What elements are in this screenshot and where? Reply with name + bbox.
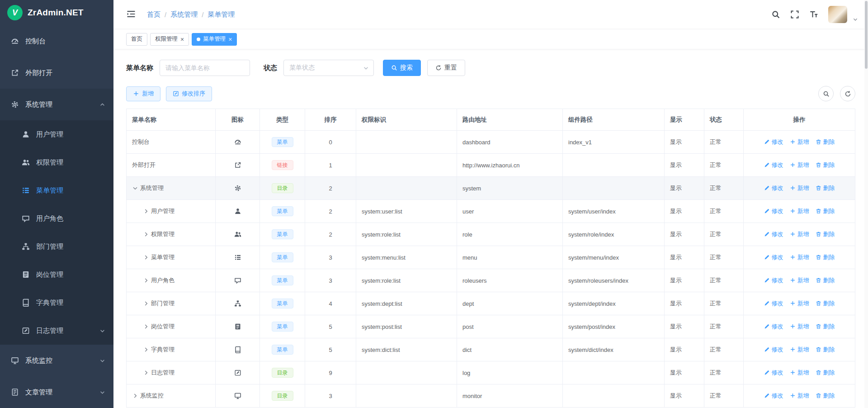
- tree-expand-icon[interactable]: [143, 277, 149, 284]
- add-link[interactable]: 新增: [790, 299, 809, 308]
- add-link[interactable]: 新增: [790, 253, 809, 261]
- sidebar-item-article[interactable]: 文章管理: [0, 376, 113, 408]
- edit-link[interactable]: 修改: [764, 299, 783, 308]
- tab-首页[interactable]: 首页: [126, 33, 147, 46]
- edit-link[interactable]: 修改: [764, 346, 783, 354]
- add-link[interactable]: 新增: [790, 369, 809, 377]
- sidebar-item-roleusers[interactable]: 用户角色: [0, 204, 113, 232]
- edit-link[interactable]: 修改: [764, 207, 783, 215]
- tree-expand-icon[interactable]: [143, 346, 149, 353]
- sidebar-item-external[interactable]: 外部打开: [0, 57, 113, 89]
- type-tag: 目录: [272, 368, 293, 378]
- add-button[interactable]: 新增: [126, 86, 160, 101]
- fullscreen-button[interactable]: [790, 10, 799, 19]
- menu-name-input[interactable]: [160, 60, 250, 76]
- delete-link[interactable]: 删除: [816, 369, 835, 377]
- sidebar-item-dashboard[interactable]: 控制台: [0, 25, 113, 57]
- tab-权限管理[interactable]: 权限管理×: [150, 33, 189, 46]
- add-link[interactable]: 新增: [790, 184, 809, 192]
- tab-菜单管理[interactable]: 菜单管理×: [192, 33, 237, 46]
- close-icon[interactable]: ×: [180, 36, 184, 43]
- tree-expand-icon[interactable]: [132, 393, 138, 399]
- delete-link[interactable]: 删除: [816, 299, 835, 308]
- close-icon[interactable]: ×: [228, 36, 232, 43]
- table-refresh-button[interactable]: [840, 86, 855, 101]
- delete-link[interactable]: 删除: [816, 138, 835, 146]
- delete-link[interactable]: 删除: [816, 161, 835, 169]
- sidebar-item-monitor[interactable]: 系统监控: [0, 345, 113, 376]
- add-link[interactable]: 新增: [790, 392, 809, 400]
- table-row: 日志管理目录9log显示正常修改新增删除: [127, 361, 855, 384]
- status-select[interactable]: 菜单状态: [283, 60, 374, 76]
- user-menu-caret[interactable]: [853, 17, 858, 22]
- edit-link[interactable]: 修改: [764, 138, 783, 146]
- tree-expand-icon[interactable]: [143, 300, 149, 307]
- tree-expand-icon[interactable]: [143, 323, 149, 330]
- breadcrumb-item[interactable]: 菜单管理: [208, 10, 235, 19]
- tree-collapse-icon[interactable]: [132, 185, 138, 191]
- header-search-button[interactable]: [771, 10, 780, 19]
- delete-link[interactable]: 删除: [816, 276, 835, 285]
- app-logo[interactable]: V ZrAdmin.NET: [0, 0, 113, 25]
- scrollbar-thumb[interactable]: [865, 1, 868, 69]
- menu-name: 权限管理: [151, 230, 175, 238]
- tree-expand-icon[interactable]: [143, 208, 149, 214]
- table-search-button[interactable]: [818, 86, 834, 101]
- trash-icon: [816, 346, 821, 352]
- tree-expand-icon[interactable]: [143, 254, 149, 261]
- sidebar-item-system[interactable]: 系统管理: [0, 89, 113, 120]
- add-link[interactable]: 新增: [790, 230, 809, 238]
- add-link[interactable]: 新增: [790, 138, 809, 146]
- column-header: 操作: [744, 109, 855, 131]
- delete-link[interactable]: 删除: [816, 230, 835, 238]
- sort-button[interactable]: 修改排序: [166, 86, 212, 101]
- add-link[interactable]: 新增: [790, 346, 809, 354]
- sidebar-item-log[interactable]: 日志管理: [0, 317, 113, 345]
- page-scrollbar[interactable]: [864, 0, 868, 408]
- sidebar-toggle[interactable]: [126, 10, 136, 19]
- add-link[interactable]: 新增: [790, 207, 809, 215]
- sidebar-item-user[interactable]: 用户管理: [0, 120, 113, 148]
- delete-link[interactable]: 删除: [816, 346, 835, 354]
- op-label: 新增: [797, 323, 809, 331]
- add-link[interactable]: 新增: [790, 161, 809, 169]
- edit-link[interactable]: 修改: [764, 161, 783, 169]
- sidebar-item-dept[interactable]: 部门管理: [0, 232, 113, 261]
- status-cell: 正常: [704, 200, 744, 223]
- edit-link[interactable]: 修改: [764, 184, 783, 192]
- component-cell: system/roleusers/index: [563, 269, 665, 292]
- search-button[interactable]: 搜索: [383, 60, 421, 76]
- plus-icon: [790, 162, 796, 168]
- type-cell: 菜单: [260, 292, 305, 315]
- table-row: 字典管理菜单5system:dict:listdictsystem/dict/i…: [127, 338, 855, 361]
- breadcrumb-item[interactable]: 首页: [147, 10, 160, 19]
- tree-node: 外部打开: [132, 161, 210, 169]
- delete-link[interactable]: 删除: [816, 207, 835, 215]
- tree-expand-icon[interactable]: [143, 370, 149, 376]
- tree-node: 用户角色: [132, 276, 210, 285]
- breadcrumb-item[interactable]: 系统管理: [170, 10, 198, 19]
- edit-link[interactable]: 修改: [764, 323, 783, 331]
- status-cell: 正常: [704, 292, 744, 315]
- sidebar-item-role[interactable]: 权限管理: [0, 148, 113, 176]
- add-link[interactable]: 新增: [790, 276, 809, 285]
- sidebar-item-menu[interactable]: 菜单管理: [0, 176, 113, 204]
- delete-link[interactable]: 删除: [816, 184, 835, 192]
- op-label: 新增: [797, 346, 809, 354]
- delete-link[interactable]: 删除: [816, 253, 835, 261]
- edit-link[interactable]: 修改: [764, 369, 783, 377]
- reset-button[interactable]: 重置: [427, 60, 465, 76]
- edit-link[interactable]: 修改: [764, 392, 783, 400]
- add-link[interactable]: 新增: [790, 323, 809, 331]
- edit-link[interactable]: 修改: [764, 230, 783, 238]
- edit-link[interactable]: 修改: [764, 276, 783, 285]
- avatar[interactable]: [828, 6, 847, 23]
- font-size-button[interactable]: [809, 10, 818, 19]
- delete-link[interactable]: 删除: [816, 392, 835, 400]
- op-label: 修改: [772, 161, 783, 169]
- sidebar-item-post[interactable]: 岗位管理: [0, 261, 113, 289]
- tree-expand-icon[interactable]: [143, 231, 149, 237]
- delete-link[interactable]: 删除: [816, 323, 835, 331]
- edit-link[interactable]: 修改: [764, 253, 783, 261]
- sidebar-item-dict[interactable]: 字典管理: [0, 289, 113, 317]
